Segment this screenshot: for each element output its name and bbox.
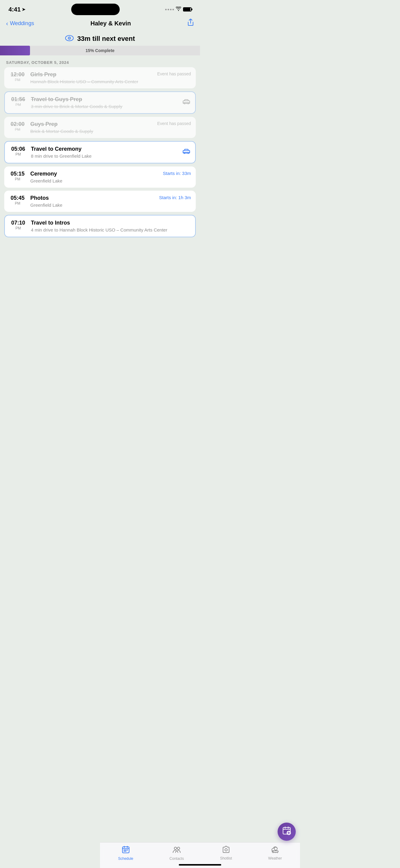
navigation-bar: ‹ Weddings Haley & Kevin: [0, 17, 200, 31]
dynamic-island: [71, 4, 120, 15]
progress-label: 15% Complete: [0, 48, 200, 53]
back-button[interactable]: ‹ Weddings: [6, 20, 34, 27]
event-details: Travel to Intros 4 min drive to Hannah B…: [31, 220, 190, 232]
status-icons: [165, 7, 192, 12]
event-travel-ceremony[interactable]: 05:06 PM Travel to Ceremony 8 min drive …: [4, 141, 196, 163]
signal-icon: [165, 9, 174, 10]
svg-point-8: [188, 153, 189, 154]
event-girls-prep[interactable]: 12:00 PM Girls Prep Hannah Block Histori…: [4, 67, 196, 88]
date-header: SATURDAY, OCTOBER 5, 2024: [0, 55, 200, 67]
event-time: 07:10 PM: [10, 220, 27, 230]
svg-point-2: [69, 38, 70, 39]
car-icon-blue: [182, 148, 190, 156]
event-starts-soon: Starts in: 33m: [163, 171, 191, 176]
battery-icon: [183, 7, 192, 11]
event-time: 05:15 PM: [9, 171, 26, 181]
event-time: 01:56 PM: [10, 96, 27, 107]
event-time: 05:06 PM: [10, 146, 27, 156]
share-button[interactable]: [187, 19, 194, 28]
progress-section: 15% Complete: [0, 46, 200, 55]
svg-point-5: [188, 103, 189, 104]
status-bar: 4:41 ➤: [0, 0, 200, 17]
event-details: Travel to Ceremony 8 min drive to Greenf…: [31, 146, 190, 159]
event-travel-guys-prep[interactable]: 01:56 PM Travel to Guys Prep 3 min drive…: [4, 91, 196, 114]
location-arrow-icon: ➤: [22, 7, 25, 12]
car-icon: [182, 98, 190, 107]
back-label: Weddings: [10, 20, 34, 27]
svg-rect-3: [183, 101, 190, 103]
event-time: 02:00 PM: [9, 121, 26, 132]
svg-point-4: [184, 103, 185, 104]
events-list: 12:00 PM Girls Prep Hannah Block Histori…: [0, 67, 200, 434]
page-title: Haley & Kevin: [91, 20, 131, 27]
event-status: Event has passed: [157, 121, 191, 126]
wifi-icon: [176, 7, 181, 12]
eye-icon: [65, 34, 74, 43]
svg-point-7: [184, 153, 185, 154]
event-time: 12:00 PM: [9, 71, 26, 82]
event-status: Event has passed: [157, 71, 191, 76]
timer-section: 33m till next event: [0, 31, 200, 46]
timer-text: 33m till next event: [77, 35, 135, 43]
chevron-left-icon: ‹: [6, 20, 8, 27]
event-starts-soon: Starts in: 1h 3m: [159, 195, 191, 200]
event-details: Travel to Guys Prep 3 min drive to Brick…: [31, 96, 190, 109]
event-travel-intros[interactable]: 07:10 PM Travel to Intros 4 min drive to…: [4, 215, 196, 237]
event-ceremony[interactable]: 05:15 PM Ceremony Greenfield Lake Starts…: [4, 166, 196, 188]
event-time: 05:45 PM: [9, 195, 26, 206]
status-time: 4:41 ➤: [8, 6, 25, 13]
event-guys-prep[interactable]: 02:00 PM Guys Prep Brick & Mortar Goods …: [4, 117, 196, 138]
svg-rect-6: [183, 150, 190, 153]
event-photos[interactable]: 05:45 PM Photos Greenfield Lake Starts i…: [4, 191, 196, 212]
